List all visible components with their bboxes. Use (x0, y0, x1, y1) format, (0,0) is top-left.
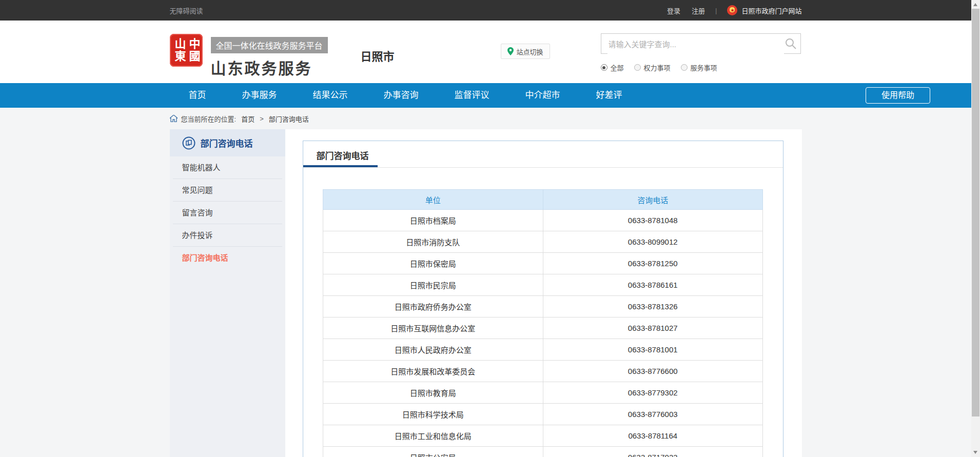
unit-cell: 日照市消防支队 (323, 231, 543, 253)
table-row: 日照市公安局0633-8717023 (323, 447, 763, 457)
phone-cell: 0633-8781250 (543, 253, 763, 274)
unit-cell: 日照市档案局 (323, 210, 543, 231)
location-pin-icon (507, 47, 514, 55)
search-scope-label: 服务事项 (691, 63, 717, 72)
unit-cell: 日照市人民政府办公室 (323, 339, 543, 361)
page-scrollbar[interactable] (971, 0, 980, 457)
search-scope-1[interactable]: 权力事项 (634, 63, 671, 72)
sidebar-item-0[interactable]: 智能机器人 (173, 156, 282, 179)
scrollbar-thumb[interactable] (972, 9, 979, 416)
breadcrumb-separator: > (260, 115, 264, 123)
unit-cell: 日照市民宗局 (323, 274, 543, 296)
tab-active-underline (303, 165, 378, 167)
tab-header: 部门咨询电话 (303, 141, 783, 168)
sidebar-item-3[interactable]: 办件投诉 (173, 224, 282, 247)
phone-cell: 0633-8781164 (543, 425, 763, 447)
phone-cell: 0633-8786161 (543, 274, 763, 296)
unit-cell: 日照市科学技术局 (323, 404, 543, 425)
phone-cell: 0633-8099012 (543, 231, 763, 253)
home-icon (170, 115, 178, 122)
register-link[interactable]: 注册 (692, 6, 705, 15)
unit-cell: 日照市互联网信息办公室 (323, 317, 543, 339)
search-input[interactable] (607, 34, 784, 54)
radio-icon (681, 64, 688, 71)
nav-item-4[interactable]: 监督评议 (455, 83, 489, 108)
scrollbar-up-arrow-icon[interactable] (973, 3, 977, 6)
nav-item-2[interactable]: 结果公示 (313, 83, 348, 108)
sidebar-title: 部门咨询电话 (170, 129, 285, 156)
topbar-separator: | (715, 7, 717, 14)
breadcrumb-current: 部门咨询电话 (269, 114, 309, 124)
table-row: 日照市互联网信息办公室0633-8781027 (323, 317, 763, 339)
sidebar-item-4[interactable]: 部门咨询电话 (173, 247, 282, 269)
sidebar-title-label: 部门咨询电话 (201, 136, 253, 149)
phone-cell: 0633-8781048 (543, 210, 763, 231)
unit-cell: 日照市工业和信息化局 (323, 425, 543, 447)
search-scope-0[interactable]: 全部 (601, 63, 624, 72)
nav-item-6[interactable]: 好差评 (596, 83, 622, 108)
phone-cell: 0633-8779302 (543, 382, 763, 404)
nav-item-1[interactable]: 办事服务 (242, 83, 277, 108)
phone-cell: 0633-8781001 (543, 339, 763, 361)
table-row: 日照市保密局0633-8781250 (323, 253, 763, 274)
city-name: 日照市 (361, 47, 395, 64)
portal-link-label: 日照市政府门户网站 (741, 6, 801, 15)
nav-item-0[interactable]: 首页 (189, 83, 206, 108)
table-header-1: 咨询电话 (543, 190, 763, 210)
breadcrumb-home-link[interactable]: 首页 (241, 114, 254, 124)
national-emblem-icon: ★ (727, 5, 737, 15)
login-link[interactable]: 登录 (667, 6, 680, 15)
search-scope-options: 全部权力事项服务事项 (601, 63, 717, 72)
site-switch-label: 站点切换 (517, 47, 543, 56)
seal-text-right: 中國 (187, 38, 200, 63)
table-header-0: 单位 (323, 190, 543, 210)
sidebar-item-2[interactable]: 留言咨询 (173, 202, 282, 224)
search-icon[interactable] (785, 38, 796, 49)
sidebar: 部门咨询电话 智能机器人常见问题留言咨询办件投诉部门咨询电话 (170, 129, 285, 457)
breadcrumb-prefix: 您当前所在的位置: (181, 114, 237, 124)
shandong-seal-icon: 山東 中國 (170, 34, 203, 67)
brand-title: 山东政务服务 (211, 56, 328, 78)
site-logo[interactable]: 山東 中國 全国一体化在线政务服务平台 山东政务服务 (170, 34, 328, 78)
tab-panel: 部门咨询电话 单位咨询电话 日照市档案局0633-8781048日照市消防支队0… (303, 141, 783, 457)
unit-cell: 日照市公安局 (323, 447, 543, 457)
search-box (601, 33, 801, 54)
unit-cell: 日照市政府侨务办公室 (323, 296, 543, 317)
table-row: 日照市档案局0633-8781048 (323, 210, 763, 231)
dept-phone-table: 单位咨询电话 日照市档案局0633-8781048日照市消防支队0633-809… (323, 189, 763, 457)
table-row: 日照市民宗局0633-8786161 (323, 274, 763, 296)
site-switch-button[interactable]: 站点切换 (501, 44, 550, 59)
table-row: 日照市工业和信息化局0633-8781164 (323, 425, 763, 447)
accessibility-link[interactable]: 无障碍阅读 (170, 6, 203, 15)
table-row: 日照市人民政府办公室0633-8781001 (323, 339, 763, 361)
table-row: 日照市政府侨务办公室0633-8781326 (323, 296, 763, 317)
phone-cell: 0633-8781027 (543, 317, 763, 339)
table-row: 日照市消防支队0633-8099012 (323, 231, 763, 253)
search-scope-2[interactable]: 服务事项 (681, 63, 717, 72)
radio-icon (634, 64, 641, 71)
tab-dept-phone[interactable]: 部门咨询电话 (317, 149, 369, 162)
table-row: 日照市发展和改革委员会0633-8776600 (323, 361, 763, 382)
phone-cell: 0633-8776003 (543, 404, 763, 425)
nav-item-3[interactable]: 办事咨询 (384, 83, 419, 108)
radio-icon (601, 64, 607, 71)
unit-cell: 日照市保密局 (323, 253, 543, 274)
seal-text-left: 山東 (172, 38, 186, 63)
search-scope-label: 权力事项 (644, 63, 671, 72)
phonebook-icon (182, 136, 195, 150)
portal-link[interactable]: ★ 日照市政府门户网站 (727, 5, 801, 15)
help-button[interactable]: 使用帮助 (866, 87, 930, 104)
scrollbar-down-arrow-icon[interactable] (973, 451, 977, 454)
phone-cell: 0633-8776600 (543, 361, 763, 382)
search-scope-label: 全部 (611, 63, 624, 72)
phone-cell: 0633-8717023 (543, 447, 763, 457)
nav-item-5[interactable]: 中介超市 (525, 83, 560, 108)
sidebar-item-1[interactable]: 常见问题 (173, 179, 282, 202)
site-header: 山東 中國 全国一体化在线政务服务平台 山东政务服务 日照市 站点切换 (0, 21, 971, 83)
unit-cell: 日照市发展和改革委员会 (323, 361, 543, 382)
table-row: 日照市教育局0633-8779302 (323, 382, 763, 404)
top-utility-bar: 无障碍阅读 登录 注册 | ★ 日照市政府门户网站 (0, 0, 971, 21)
main-navigation: 首页办事服务结果公示办事咨询监督评议中介超市好差评 使用帮助 (0, 83, 971, 108)
platform-badge: 全国一体化在线政务服务平台 (211, 37, 328, 53)
table-row: 日照市科学技术局0633-8776003 (323, 404, 763, 425)
